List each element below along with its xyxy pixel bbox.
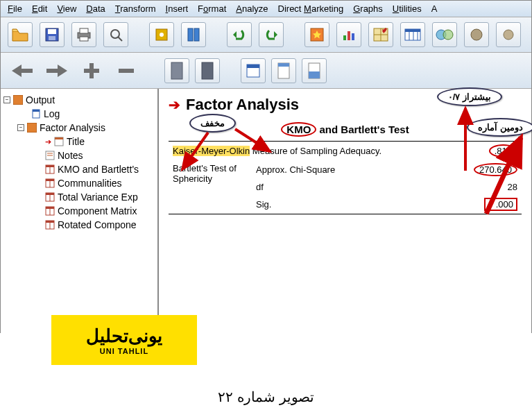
svg-point-25 — [504, 30, 513, 40]
menu-analyze[interactable]: Analyze — [236, 3, 268, 14]
open-icon[interactable] — [8, 22, 33, 47]
tree-fa[interactable]: Factor Analysis — [40, 122, 105, 133]
tree-log[interactable]: Log — [44, 108, 60, 119]
chart-icon[interactable] — [336, 22, 361, 47]
menu-utilities[interactable]: Utilities — [393, 3, 422, 14]
annotation-mokhafaf: مخفف — [189, 114, 236, 133]
shape3-icon[interactable] — [496, 22, 521, 47]
outline-tree[interactable]: − Output Log − Factor Analysis ➔ Title N… — [1, 89, 159, 342]
page2-icon[interactable] — [271, 58, 296, 83]
toolbar-primary — [1, 17, 531, 53]
svg-point-23 — [443, 30, 453, 40]
svg-rect-14 — [347, 31, 350, 40]
variables-icon[interactable] — [400, 22, 425, 47]
collapse2-icon[interactable]: − — [17, 124, 24, 131]
table-icon — [45, 192, 55, 202]
kmo-highlight: KMO — [281, 122, 316, 137]
svg-rect-42 — [55, 137, 63, 139]
menu-transform[interactable]: Transform — [115, 3, 156, 14]
tree-rcm[interactable]: Rotated Compone — [58, 219, 137, 230]
menu-addons[interactable]: A — [431, 3, 438, 14]
svg-rect-13 — [343, 35, 346, 40]
goto-case-icon[interactable] — [181, 22, 206, 47]
kmo-table: Kaiser-Meyer-Olkin Measure of Sampling A… — [169, 141, 522, 214]
table-icon — [45, 206, 55, 216]
save-icon[interactable] — [40, 22, 65, 47]
menubar: File Edit View Data Transform Insert For… — [1, 1, 531, 17]
nav-back-icon[interactable] — [8, 60, 37, 81]
shapes-icon[interactable] — [432, 22, 457, 47]
menu-edit[interactable]: Edit — [32, 3, 47, 14]
svg-rect-30 — [202, 62, 213, 79]
chisq-value: 270.640 — [474, 163, 517, 176]
collapse-icon[interactable]: − — [3, 96, 10, 103]
chisq-label: Approx. Chi-Square — [252, 160, 446, 179]
select-icon[interactable] — [368, 22, 393, 47]
sig-value: .000 — [484, 198, 517, 211]
svg-rect-37 — [13, 95, 23, 105]
svg-rect-32 — [247, 65, 259, 68]
svg-rect-27 — [84, 69, 99, 73]
svg-line-7 — [118, 37, 122, 41]
svg-rect-5 — [80, 37, 88, 41]
page3-icon[interactable] — [302, 58, 327, 83]
menu-direct-marketing[interactable]: Direct Marketing — [278, 3, 344, 14]
logo-text-en: UNI TAHLIL — [100, 347, 148, 355]
tree-tv[interactable]: Total Variance Exp — [58, 192, 138, 203]
tree-title[interactable]: Title — [67, 136, 85, 147]
page1-icon[interactable] — [241, 58, 266, 83]
kmo-value: .818 — [489, 144, 517, 158]
tree-kmo[interactable]: KMO and Bartlett's — [58, 164, 139, 175]
svg-rect-4 — [80, 28, 88, 33]
menu-file[interactable]: File — [8, 3, 22, 14]
table-icon — [45, 220, 55, 230]
menu-graphs[interactable]: Graphs — [353, 3, 383, 14]
fa-folder-icon — [27, 123, 37, 133]
annotation-dovomin: دومین آماره — [467, 118, 532, 137]
svg-rect-34 — [278, 63, 289, 67]
preview-icon[interactable] — [103, 22, 128, 47]
print-icon[interactable] — [71, 22, 96, 47]
nav-plus-icon[interactable] — [77, 60, 106, 81]
shape2-icon[interactable] — [464, 22, 489, 47]
bartlett-label: Bartlett's Test of Sphericity — [169, 160, 252, 214]
df-value: 28 — [446, 179, 522, 195]
table-icon — [45, 178, 55, 188]
menu-format[interactable]: Format — [198, 3, 226, 14]
figure-caption: تصویر شماره ۲۲ — [0, 389, 532, 405]
tree-output[interactable]: Output — [26, 94, 55, 105]
tree-comm[interactable]: Communalities — [58, 178, 122, 189]
svg-rect-10 — [188, 28, 193, 41]
star-icon[interactable] — [304, 22, 329, 47]
doc1-icon[interactable] — [164, 58, 189, 83]
menu-insert[interactable]: Insert — [166, 3, 189, 14]
svg-rect-1 — [48, 29, 56, 34]
title-icon — [54, 137, 64, 146]
svg-point-24 — [471, 29, 482, 40]
log-icon — [31, 109, 41, 119]
menu-data[interactable]: Data — [86, 3, 105, 14]
nav-forward-icon[interactable] — [42, 60, 71, 81]
tree-cm[interactable]: Component Matrix — [58, 205, 137, 216]
kmo-label-hl: Kaiser-Meyer-Olkin — [173, 146, 250, 156]
output-viewer: ➔ Factor Analysis مخفف بیشتراز ۰/۷ دومین… — [159, 89, 531, 342]
svg-rect-18 — [405, 29, 420, 32]
doc2-icon[interactable] — [195, 58, 220, 83]
dialog-recall-icon[interactable] — [149, 22, 174, 47]
undo-icon[interactable] — [227, 22, 252, 47]
toolbar-secondary — [1, 53, 531, 89]
svg-rect-28 — [119, 69, 134, 73]
heading-arrow-icon: ➔ — [169, 96, 180, 113]
tree-notes[interactable]: Notes — [58, 150, 83, 161]
redo-icon[interactable] — [259, 22, 284, 47]
svg-rect-11 — [194, 28, 199, 41]
svg-rect-39 — [33, 110, 40, 112]
annotation-bishtar: بیشتراز ۰/۷ — [437, 87, 502, 106]
watermark-logo: یونی‌تحلیل UNI TAHLIL — [51, 315, 197, 365]
svg-rect-36 — [309, 71, 320, 78]
menu-view[interactable]: View — [57, 3, 76, 14]
notes-icon — [45, 151, 55, 160]
df-label: df — [252, 179, 446, 195]
nav-minus-icon[interactable] — [112, 60, 141, 81]
output-icon — [13, 95, 23, 105]
